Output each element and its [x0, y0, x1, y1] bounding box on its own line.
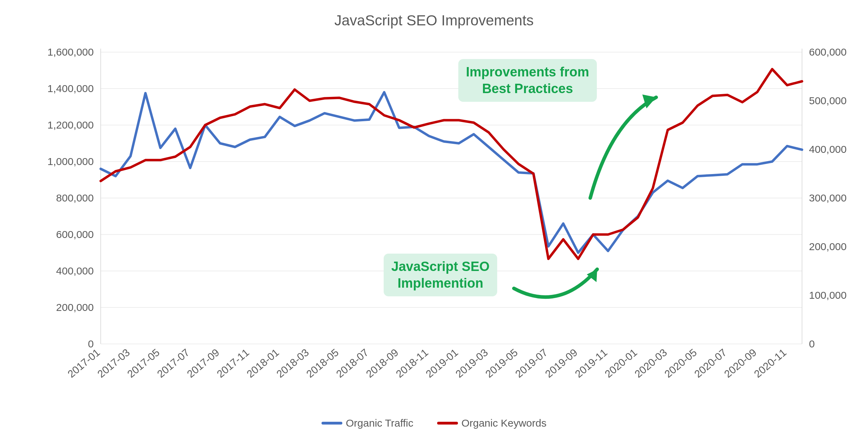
legend-swatch — [437, 422, 458, 425]
svg-text:1,400,000: 1,400,000 — [48, 83, 94, 94]
annotation-text: JavaScript SEO — [391, 259, 490, 274]
legend-label: Organic Keywords — [461, 417, 546, 429]
svg-text:800,000: 800,000 — [56, 192, 94, 204]
legend-swatch — [322, 422, 342, 425]
svg-text:2018-09: 2018-09 — [364, 346, 401, 380]
svg-text:2020-07: 2020-07 — [692, 346, 729, 380]
svg-text:2017-01: 2017-01 — [65, 346, 102, 380]
svg-text:2017-09: 2017-09 — [185, 346, 222, 380]
svg-text:2019-09: 2019-09 — [543, 346, 580, 380]
annotation-improvements: Improvements from Best Practices — [458, 59, 597, 102]
svg-text:2017-11: 2017-11 — [215, 346, 251, 380]
svg-text:600,000: 600,000 — [56, 229, 94, 240]
svg-text:1,200,000: 1,200,000 — [48, 119, 94, 131]
annotation-text: Best Practices — [482, 81, 573, 96]
svg-text:2020-05: 2020-05 — [662, 346, 699, 380]
svg-text:2018-11: 2018-11 — [394, 346, 431, 380]
svg-text:2017-07: 2017-07 — [155, 346, 192, 380]
annotation-text: Implemention — [398, 276, 483, 290]
svg-text:200,000: 200,000 — [56, 302, 94, 313]
svg-text:2019-07: 2019-07 — [513, 346, 550, 380]
svg-text:600,000: 600,000 — [809, 46, 846, 58]
legend-item-keywords: Organic Keywords — [437, 417, 546, 429]
svg-text:2018-01: 2018-01 — [244, 346, 281, 380]
svg-text:2020-11: 2020-11 — [752, 346, 788, 380]
svg-text:1,000,000: 1,000,000 — [48, 156, 94, 167]
chart-plot: 0200,000400,000600,000800,0001,000,0001,… — [0, 0, 868, 436]
svg-text:1,600,000: 1,600,000 — [48, 46, 94, 58]
svg-text:400,000: 400,000 — [56, 265, 94, 277]
annotation-text: Improvements from — [466, 65, 589, 79]
svg-text:2020-09: 2020-09 — [722, 346, 759, 380]
svg-text:200,000: 200,000 — [809, 241, 846, 252]
svg-text:2018-07: 2018-07 — [334, 346, 371, 380]
svg-text:2018-03: 2018-03 — [274, 346, 311, 380]
legend-item-traffic: Organic Traffic — [322, 417, 414, 429]
svg-text:2019-03: 2019-03 — [453, 346, 490, 380]
chart-container: JavaScript SEO Improvements 0200,000400,… — [0, 0, 868, 436]
svg-text:2017-03: 2017-03 — [95, 346, 132, 380]
chart-legend: Organic Traffic Organic Keywords — [0, 415, 868, 429]
svg-text:2020-01: 2020-01 — [603, 346, 640, 380]
svg-text:2017-05: 2017-05 — [125, 346, 162, 380]
annotation-implementation: JavaScript SEO Implemention — [384, 254, 497, 296]
svg-text:500,000: 500,000 — [809, 95, 846, 106]
svg-text:400,000: 400,000 — [809, 143, 846, 155]
legend-label: Organic Traffic — [346, 417, 414, 429]
svg-text:0: 0 — [809, 338, 815, 349]
svg-text:300,000: 300,000 — [809, 192, 846, 204]
svg-text:2019-01: 2019-01 — [424, 346, 460, 380]
svg-text:100,000: 100,000 — [809, 289, 846, 301]
svg-text:2019-11: 2019-11 — [573, 346, 610, 380]
svg-text:2020-03: 2020-03 — [632, 346, 669, 380]
svg-text:2018-05: 2018-05 — [304, 346, 341, 380]
svg-text:2019-05: 2019-05 — [483, 346, 520, 380]
